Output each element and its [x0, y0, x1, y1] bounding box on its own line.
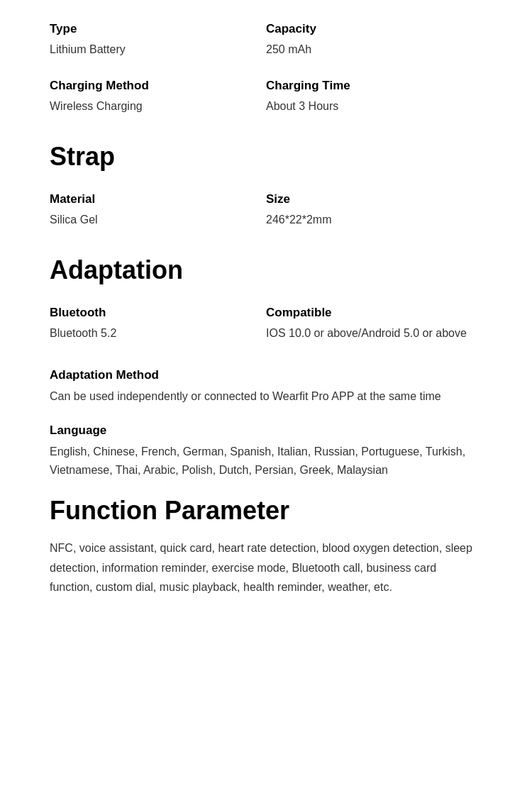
- bluetooth-value: Bluetooth 5.2: [50, 325, 266, 342]
- compatible-value: IOS 10.0 or above/Android 5.0 or above: [266, 325, 482, 342]
- capacity-item: Capacity 250 mAh: [266, 21, 482, 58]
- charging-method-label: Charging Method: [50, 78, 266, 94]
- language-value: English, Chinese, French, German, Spanis…: [50, 443, 482, 479]
- language-item: Language English, Chinese, French, Germa…: [50, 423, 482, 479]
- charging-method-value: Wireless Charging: [50, 98, 266, 115]
- size-item: Size 246*22*2mm: [266, 192, 482, 228]
- capacity-label: Capacity: [266, 21, 482, 37]
- charging-method-item: Charging Method Wireless Charging: [50, 78, 266, 115]
- function-description: NFC, voice assistant, quick card, heart …: [50, 538, 482, 597]
- capacity-value: 250 mAh: [266, 41, 482, 58]
- function-section: Function Parameter NFC, voice assistant,…: [50, 496, 482, 597]
- adaptation-section: Adaptation Bluetooth Bluetooth 5.2 Compa…: [50, 255, 482, 479]
- bluetooth-item: Bluetooth Bluetooth 5.2: [50, 305, 266, 342]
- battery-grid: Type Lithium Battery Capacity 250 mAh Ch…: [50, 21, 482, 135]
- language-label: Language: [50, 423, 482, 438]
- strap-section: Strap Material Silica Gel Size 246*22*2m…: [50, 142, 482, 248]
- material-item: Material Silica Gel: [50, 192, 266, 228]
- function-title: Function Parameter: [50, 496, 482, 526]
- battery-section: Type Lithium Battery Capacity 250 mAh Ch…: [50, 21, 482, 135]
- size-label: Size: [266, 192, 482, 207]
- strap-title: Strap: [50, 142, 482, 172]
- compatible-item: Compatible IOS 10.0 or above/Android 5.0…: [266, 305, 482, 342]
- charging-time-value: About 3 Hours: [266, 98, 482, 115]
- adaptation-method-value: Can be used independently or connected t…: [50, 387, 482, 406]
- adaptation-grid: Bluetooth Bluetooth 5.2 Compatible IOS 1…: [50, 305, 482, 362]
- material-label: Material: [50, 192, 266, 207]
- strap-grid: Material Silica Gel Size 246*22*2mm: [50, 192, 482, 248]
- adaptation-method-item: Adaptation Method Can be used independen…: [50, 367, 482, 406]
- type-label: Type: [50, 21, 266, 37]
- bluetooth-label: Bluetooth: [50, 305, 266, 321]
- type-item: Type Lithium Battery: [50, 21, 266, 58]
- compatible-label: Compatible: [266, 305, 482, 321]
- type-value: Lithium Battery: [50, 41, 266, 58]
- size-value: 246*22*2mm: [266, 211, 482, 228]
- charging-time-item: Charging Time About 3 Hours: [266, 78, 482, 115]
- adaptation-method-label: Adaptation Method: [50, 367, 482, 383]
- adaptation-title: Adaptation: [50, 255, 482, 285]
- material-value: Silica Gel: [50, 211, 266, 228]
- charging-time-label: Charging Time: [266, 78, 482, 94]
